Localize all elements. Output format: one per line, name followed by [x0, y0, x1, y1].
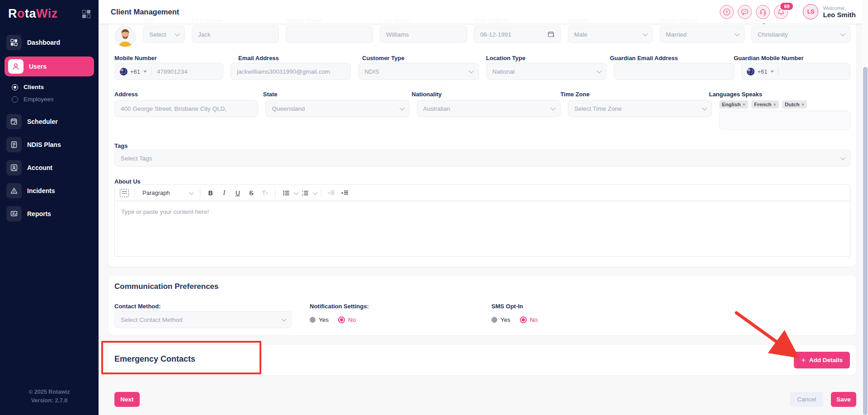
- paragraph-style-select[interactable]: Paragraph: [140, 189, 195, 196]
- document-plus-icon: [6, 137, 22, 152]
- bold-button[interactable]: B: [205, 187, 217, 199]
- numbered-list-button[interactable]: 12: [299, 187, 311, 199]
- title-select[interactable]: Select: [143, 26, 185, 43]
- svg-text:2: 2: [302, 193, 303, 196]
- radio-yes[interactable]: [491, 317, 497, 323]
- tags-select[interactable]: Select Tags: [114, 150, 850, 167]
- state-label: State: [263, 91, 405, 98]
- user-name: Leo Smith: [823, 11, 856, 19]
- religion-select[interactable]: Christianity: [751, 26, 850, 43]
- indent-button[interactable]: [340, 187, 351, 199]
- timezone-select[interactable]: Select Time Zone: [568, 100, 712, 117]
- headset-icon: [759, 8, 767, 16]
- sidebar-item-incidents[interactable]: Incidents: [0, 182, 99, 200]
- middle-name-input[interactable]: [286, 26, 373, 43]
- add-details-button[interactable]: Add Details: [794, 352, 850, 368]
- last-name-input[interactable]: Williams: [380, 26, 467, 43]
- chevron-down-icon: [551, 105, 556, 110]
- radio-yes[interactable]: [310, 317, 316, 323]
- section-title: Communication Preferences: [114, 282, 219, 291]
- sidebar-collapse-icon[interactable]: [82, 10, 90, 18]
- italic-button[interactable]: I: [218, 187, 230, 199]
- guardian-email-input[interactable]: [614, 63, 735, 80]
- languages-input[interactable]: [719, 111, 850, 130]
- country-code-select[interactable]: +61: [115, 68, 151, 75]
- radio-icon: [12, 96, 18, 103]
- australia-flag-icon: [120, 68, 127, 75]
- radio-selected-icon: [12, 84, 18, 90]
- main-area: Title First Name Middle Name Last Name D…: [99, 0, 868, 415]
- page-title: Client Management: [111, 8, 179, 16]
- gender-select[interactable]: Male: [568, 26, 653, 43]
- radio-no-selected[interactable]: [338, 316, 345, 323]
- next-button[interactable]: Next: [114, 392, 140, 407]
- chat-icon: [741, 8, 749, 16]
- languages-field: English French Dutch: [719, 100, 850, 130]
- sidebar-item-account[interactable]: Account: [0, 159, 99, 177]
- nationality-select[interactable]: Australian: [417, 100, 561, 117]
- sidebar-item-ndis-plans[interactable]: NDIS Plans: [0, 136, 99, 154]
- language-chip[interactable]: Dutch: [782, 100, 807, 108]
- guardian-mobile-input[interactable]: +61: [741, 63, 850, 80]
- client-avatar[interactable]: [114, 26, 136, 49]
- section-title: Emergency Contacts: [114, 354, 195, 364]
- editor-body[interactable]: Type or paste your content here!: [115, 201, 850, 222]
- country-code-select[interactable]: +61: [742, 68, 778, 75]
- guardian-email-label: Guardian Email Address: [610, 55, 726, 61]
- chevron-down-icon: [189, 189, 193, 194]
- contact-method-select[interactable]: Select Contact Method: [114, 311, 292, 328]
- chevron-down-icon[interactable]: [312, 189, 317, 194]
- chevron-down-icon: [702, 105, 707, 110]
- strikethrough-button[interactable]: S: [245, 187, 257, 199]
- language-chip[interactable]: English: [719, 100, 748, 108]
- sms-optin-label: SMS Opt-In: [491, 303, 523, 310]
- insert-template-icon[interactable]: [118, 187, 130, 199]
- dropdown-arrow-icon: [770, 71, 774, 73]
- sidebar-item-dashboard[interactable]: Dashboard: [0, 33, 99, 52]
- scrollbar-thumb[interactable]: [863, 67, 868, 415]
- sidebar-item-employees[interactable]: Employees: [0, 93, 99, 105]
- vertical-scrollbar[interactable]: [862, 0, 868, 415]
- tags-label: Tags: [114, 142, 127, 149]
- personal-details-card: Title First Name Middle Name Last Name D…: [108, 0, 856, 267]
- radio-no-selected[interactable]: [520, 316, 527, 323]
- address-input[interactable]: 400 George Street, Brisbane City QLD,: [114, 100, 258, 117]
- marital-status-select[interactable]: Married: [660, 26, 745, 43]
- first-name-input[interactable]: Jack: [192, 26, 279, 43]
- sidebar-item-users[interactable]: Users: [5, 57, 94, 76]
- svg-text:1: 1: [302, 190, 303, 193]
- chevron-down-icon[interactable]: [293, 189, 298, 194]
- sidebar-item-scheduler[interactable]: Scheduler: [0, 113, 99, 131]
- save-button[interactable]: Save: [831, 392, 856, 407]
- rich-text-editor: Paragraph B I U S Tx 12: [114, 184, 850, 257]
- calendar-plus-icon: [547, 31, 555, 38]
- help-button[interactable]: ?: [720, 5, 734, 19]
- notifications-button[interactable]: 69: [774, 5, 788, 19]
- email-address-label: Email Address: [238, 55, 355, 61]
- emergency-contacts-card: Emergency Contacts Add Details: [108, 345, 856, 375]
- customer-type-select[interactable]: NDIS: [358, 63, 479, 80]
- state-select[interactable]: Queensland: [265, 100, 409, 117]
- bullet-list-button[interactable]: [280, 187, 292, 199]
- sidebar-item-clients[interactable]: Clients: [0, 81, 99, 93]
- address-label: Address: [114, 91, 256, 98]
- copyright-text: © 2025 Rotawiz: [0, 388, 99, 396]
- email-address-input[interactable]: jackwilliams30031990@gmail.com: [231, 63, 351, 80]
- user-avatar[interactable]: LS: [803, 4, 818, 19]
- outdent-button[interactable]: [326, 187, 338, 199]
- location-type-select[interactable]: National: [486, 63, 607, 80]
- language-chip[interactable]: French: [751, 100, 779, 108]
- underline-button[interactable]: U: [232, 187, 244, 199]
- remove-format-button[interactable]: Tx: [259, 187, 271, 199]
- sidebar-item-reports[interactable]: Reports: [0, 205, 99, 223]
- top-header: Client Management ? 69 LS Welcome, Leo S…: [99, 0, 868, 24]
- cancel-button[interactable]: Cancel: [790, 392, 823, 407]
- chevron-down-icon: [735, 31, 740, 36]
- sms-radio-group: Yes No: [491, 316, 538, 323]
- chevron-down-icon: [643, 31, 648, 36]
- chat-button[interactable]: [738, 5, 752, 19]
- mobile-number-input[interactable]: +61 478901234: [114, 63, 223, 80]
- dob-date-input[interactable]: 06-12-1991: [474, 26, 561, 43]
- chevron-down-icon: [840, 155, 845, 160]
- support-button[interactable]: [756, 5, 770, 19]
